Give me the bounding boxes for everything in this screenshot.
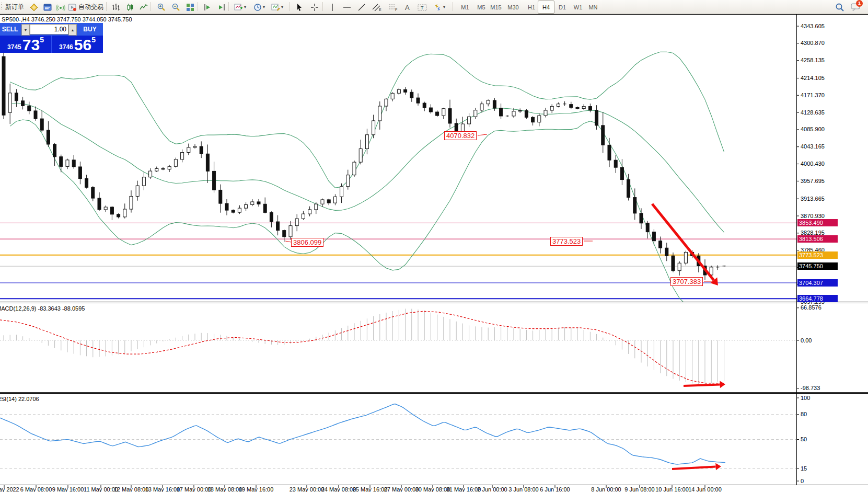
rsi-axis-label: 100	[801, 395, 810, 401]
chart-canvas[interactable]	[0, 0, 868, 492]
arrows-tool[interactable]: ▾	[431, 1, 447, 14]
toolbar-grip[interactable]	[1, 3, 2, 10]
horizontal-line-icon	[343, 3, 351, 12]
market-watch-icon[interactable]	[27, 1, 41, 14]
dropdown-caret-icon: ▾	[263, 5, 265, 9]
volume-input[interactable]	[30, 24, 68, 35]
candlestick-mode-button[interactable]	[124, 1, 136, 14]
sell-button[interactable]: SELL	[0, 23, 20, 36]
new-order-label: 新订单	[5, 3, 24, 12]
timeframe-m15[interactable]: M15	[488, 1, 504, 14]
chart-shift-icon	[217, 3, 226, 12]
ohlc-bars-icon	[112, 3, 120, 12]
price-callout-label[interactable]: 4070.832	[444, 131, 477, 140]
price-axis-label: 4171.370	[801, 92, 825, 98]
macd-axis-label: -98.733	[801, 385, 820, 391]
autotrading-label: 自动交易	[78, 3, 103, 12]
trendline-tool[interactable]	[355, 1, 368, 14]
price-axis-label: 4300.870	[801, 40, 825, 46]
text-label-tool[interactable]: T	[415, 1, 429, 14]
order-controls-row: SELL ▼ ▲ BUY	[0, 23, 103, 36]
candles	[2, 52, 726, 280]
zoom-in-button[interactable]	[155, 1, 168, 14]
price-callout-label[interactable]: 3773.523	[550, 237, 583, 246]
toolbar-separator	[289, 2, 290, 11]
zoom-out-icon	[171, 3, 180, 12]
cursor-tool-button[interactable]	[293, 1, 305, 14]
sell-price-big: 73	[22, 38, 40, 51]
macd-axis-label: 66.8576	[801, 304, 821, 311]
zoom-out-button[interactable]	[169, 1, 182, 14]
price-axis-label: 4343.605	[801, 23, 825, 29]
line-chart-icon	[140, 3, 148, 12]
buy-button[interactable]: BUY	[77, 23, 103, 36]
macd-axis-label: 0.00	[801, 337, 812, 344]
buy-price-small: 3746	[59, 43, 73, 51]
timeframe-mn[interactable]: MN	[585, 1, 601, 14]
horizontal-line-tool[interactable]	[341, 1, 353, 14]
periods-button[interactable]: ▾	[251, 1, 267, 14]
volume-decrease-button[interactable]: ▼	[21, 24, 30, 36]
auto-scroll-button[interactable]	[201, 1, 214, 14]
line-chart-mode-button[interactable]	[137, 1, 150, 14]
fibonacci-tool[interactable]: F	[386, 1, 400, 14]
timeframe-m1[interactable]: M1	[457, 1, 473, 14]
macd-indicator	[0, 308, 796, 385]
templates-button[interactable]: ▾	[269, 1, 285, 14]
price-axis-label: 4085.900	[801, 126, 825, 132]
chart-title: SP500-,H4 3746.250 3747.750 3744.050 374…	[2, 16, 132, 22]
crosshair-tool-button[interactable]	[308, 1, 321, 14]
toolbar-separator	[228, 2, 229, 11]
price-axis-label: 3870.930	[801, 213, 825, 219]
search-button[interactable]	[833, 1, 847, 14]
buy-price-button[interactable]: 3746 56 5	[52, 36, 103, 53]
template-icon	[271, 3, 280, 12]
trendline-icon	[357, 3, 366, 12]
search-icon	[835, 3, 844, 12]
level-price-badge: 3773.523	[797, 251, 838, 259]
candlestick-icon	[126, 3, 134, 12]
svg-text:A: A	[405, 4, 410, 12]
volume-increase-button[interactable]: ▲	[68, 24, 77, 36]
level-price-badge: 3813.506	[797, 235, 838, 243]
dropdown-caret-icon: ▾	[443, 5, 445, 9]
chart-shift-button[interactable]	[215, 1, 228, 14]
terminal-window-icon[interactable]	[41, 1, 54, 14]
timeframe-w1[interactable]: W1	[570, 1, 586, 14]
timeframe-h4[interactable]: H4	[538, 1, 554, 14]
sell-price-button[interactable]: 3745 73 5	[0, 36, 52, 53]
notifications-button[interactable]: 1	[849, 1, 863, 14]
bar-chart-mode-button[interactable]	[110, 1, 122, 14]
vertical-line-icon	[329, 3, 336, 12]
fibonacci-icon: F	[388, 3, 398, 12]
autotrading-button[interactable]: 自动交易	[66, 1, 106, 14]
timeframe-m30[interactable]: M30	[505, 1, 522, 14]
macd-arrow-object[interactable]	[684, 381, 725, 388]
price-callout-label[interactable]: 3806.099	[291, 238, 323, 247]
rsi-axis-label: 80	[801, 411, 807, 417]
vertical-line-tool[interactable]	[327, 1, 338, 14]
arrows-icon	[433, 3, 442, 12]
autotrading-icon	[68, 3, 77, 12]
toolbar-separator	[198, 2, 198, 11]
timeframe-d1[interactable]: D1	[554, 1, 571, 14]
toolbar-separator	[151, 2, 151, 11]
cursor-icon	[295, 3, 303, 12]
auto-scroll-icon	[203, 3, 212, 12]
rsi-label: RSI(14) 22.0706	[0, 396, 39, 402]
indicators-button[interactable]: ▾	[232, 1, 248, 14]
price-axis-label: 4128.635	[801, 109, 825, 116]
callout-connectors	[285, 134, 712, 281]
equidistant-channel-tool[interactable]: E	[370, 1, 384, 14]
price-axis-label: 4258.135	[801, 57, 825, 63]
price-callout-label[interactable]: 3707.383	[670, 277, 703, 286]
macd-label: MACD(12,26,9) -83.3643 -88.0595	[0, 305, 85, 312]
text-tool[interactable]: A	[402, 1, 413, 14]
new-order-button[interactable]: 新订单	[3, 1, 26, 14]
price-axis-label: 4043.165	[801, 143, 825, 150]
sell-price-small: 3745	[7, 43, 21, 51]
dropdown-caret-icon: ▾	[281, 5, 283, 9]
toolbar-separator	[106, 2, 107, 11]
tile-windows-button[interactable]	[184, 1, 196, 14]
sell-price-sup: 5	[40, 36, 44, 44]
